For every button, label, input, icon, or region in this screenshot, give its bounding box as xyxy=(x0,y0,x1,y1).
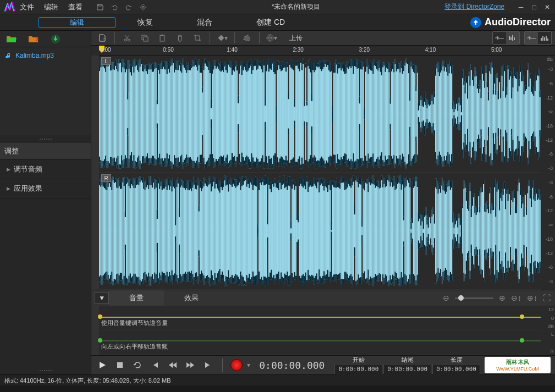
silence-icon[interactable] xyxy=(239,31,255,45)
stop-button[interactable] xyxy=(113,358,127,372)
svg-rect-1994 xyxy=(465,184,466,278)
strip-tab-volume[interactable]: 音量 xyxy=(109,290,164,306)
undo-icon[interactable] xyxy=(110,3,119,12)
open-folder-icon[interactable] xyxy=(6,33,18,45)
svg-rect-992 xyxy=(497,74,498,78)
adjust-tune-item[interactable]: 调节音频 xyxy=(0,160,91,179)
start-value[interactable]: 0:00:00.000 xyxy=(334,364,382,374)
svg-rect-1448 xyxy=(241,177,243,285)
crop-icon[interactable] xyxy=(190,31,205,45)
svg-rect-1523 xyxy=(272,180,273,281)
svg-rect-1512 xyxy=(267,218,268,224)
split-handle[interactable]: ⋯⋯ xyxy=(0,135,91,143)
mode-cd[interactable]: 创建 CD xyxy=(256,18,285,27)
close-button[interactable]: ✕ xyxy=(543,3,552,11)
svg-rect-1758 xyxy=(368,183,369,192)
ruler-tick: 2:30 xyxy=(293,47,303,53)
svg-rect-1951 xyxy=(446,270,447,277)
svg-rect-2003 xyxy=(468,205,469,257)
strip-menu-button[interactable]: ▼ xyxy=(95,292,109,304)
svg-rect-2177 xyxy=(540,194,541,268)
file-list: Kalimba.mp3 xyxy=(0,47,91,135)
svg-rect-191 xyxy=(169,66,170,73)
svg-rect-1822 xyxy=(393,276,394,285)
loop-button[interactable] xyxy=(131,358,144,372)
view-wave-spec-icon[interactable] xyxy=(506,32,519,44)
wave-vscroll[interactable] xyxy=(91,56,99,290)
next-button[interactable] xyxy=(201,358,215,372)
edit-mode-button[interactable]: 编辑 xyxy=(39,17,116,28)
svg-rect-1226 xyxy=(151,176,152,286)
prev-button[interactable] xyxy=(149,358,162,372)
strip-tab-fx[interactable]: 效果 xyxy=(164,290,219,306)
svg-rect-1934 xyxy=(440,186,441,277)
channel-right[interactable]: R xyxy=(99,173,541,290)
copy-icon[interactable] xyxy=(137,31,152,45)
cut-icon[interactable] xyxy=(119,31,135,45)
minimize-button[interactable]: ─ xyxy=(516,3,525,11)
download-icon[interactable] xyxy=(50,33,62,45)
channel-left[interactable]: L xyxy=(99,56,541,173)
file-item[interactable]: Kalimba.mp3 xyxy=(6,52,85,59)
mode-restore[interactable]: 恢复 xyxy=(138,18,153,27)
time-ruler[interactable]: 0:00 0:50 1:40 2:30 3:20 4:10 5:00 xyxy=(99,46,555,56)
volume-envelope-lane[interactable]: 使用音量键调节轨道音量 xyxy=(99,306,541,330)
paste-icon[interactable] xyxy=(155,31,170,45)
svg-rect-1668 xyxy=(331,220,332,230)
redo-icon[interactable] xyxy=(124,3,133,12)
svg-rect-1735 xyxy=(358,274,359,280)
svg-rect-1220 xyxy=(148,181,149,280)
svg-rect-620 xyxy=(344,65,345,74)
view-spectrum-icon[interactable] xyxy=(538,32,551,44)
adjust-fx-item[interactable]: 应用效果 xyxy=(0,179,91,198)
mode-mix[interactable]: 混合 xyxy=(197,18,212,27)
settings-icon[interactable] xyxy=(139,3,147,12)
svg-rect-421 xyxy=(263,59,265,169)
import-icon[interactable] xyxy=(28,33,40,45)
length-value[interactable]: 0:00:00.000 xyxy=(432,364,480,374)
svg-rect-25 xyxy=(102,62,103,166)
fit-icon[interactable]: ⛶ xyxy=(543,294,551,302)
fill-icon[interactable]: ▾ xyxy=(215,31,230,45)
svg-rect-415 xyxy=(261,64,262,163)
login-link[interactable]: 登录到 DirectorZone xyxy=(444,2,504,12)
zoom-out-v-icon[interactable]: ⊖↕ xyxy=(511,294,521,302)
rewind-button[interactable] xyxy=(166,358,179,372)
svg-rect-929 xyxy=(471,64,472,70)
share-icon[interactable]: ▾ xyxy=(264,31,279,45)
menu-view[interactable]: 查看 xyxy=(68,2,83,12)
delete-icon[interactable] xyxy=(172,31,188,45)
record-button[interactable] xyxy=(230,359,243,371)
upload-button[interactable]: 上传 xyxy=(282,32,310,44)
zoom-out-h-icon[interactable]: ⊖ xyxy=(443,294,449,302)
svg-rect-362 xyxy=(239,64,240,74)
svg-rect-261 xyxy=(197,157,199,164)
zoom-slider[interactable] xyxy=(455,297,493,299)
play-button[interactable] xyxy=(96,358,109,372)
svg-rect-1242 xyxy=(157,210,158,219)
svg-rect-1320 xyxy=(189,181,190,191)
svg-rect-1838 xyxy=(401,180,402,281)
svg-rect-1463 xyxy=(248,179,249,282)
tool-export-icon[interactable] xyxy=(95,31,110,45)
svg-rect-395 xyxy=(252,65,254,70)
svg-rect-199 xyxy=(173,59,174,168)
menu-file[interactable]: 文件 xyxy=(20,2,34,12)
svg-rect-605 xyxy=(338,64,339,69)
split-handle-bottom[interactable]: ⋯⋯ xyxy=(0,367,91,374)
menu-edit[interactable]: 编辑 xyxy=(44,2,58,12)
svg-rect-604 xyxy=(338,64,339,164)
pan-envelope-lane[interactable]: 向左或向右平移轨道音频 xyxy=(99,330,541,355)
forward-button[interactable] xyxy=(184,358,197,372)
svg-rect-2126 xyxy=(519,179,520,283)
svg-rect-976 xyxy=(491,67,492,161)
zoom-in-h-icon[interactable]: ⊕ xyxy=(499,294,505,302)
view-single-icon[interactable] xyxy=(525,32,538,44)
end-value[interactable]: 0:00:00.000 xyxy=(383,364,431,374)
svg-rect-539 xyxy=(311,93,312,101)
svg-rect-497 xyxy=(294,99,295,107)
view-wave-both-icon[interactable] xyxy=(493,32,506,44)
maximize-button[interactable]: □ xyxy=(530,3,538,11)
save-icon[interactable] xyxy=(96,3,105,12)
zoom-in-v-icon[interactable]: ⊕↕ xyxy=(527,294,537,302)
